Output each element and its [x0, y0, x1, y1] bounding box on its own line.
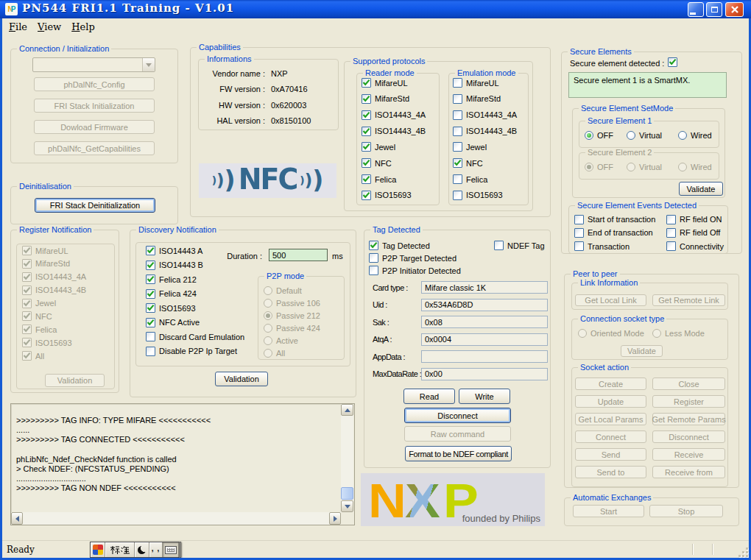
menu-help[interactable]: Help	[68, 20, 102, 34]
radio-virtual[interactable]	[627, 163, 635, 171]
checkbox-iso15693[interactable]	[146, 303, 155, 313]
checkbox-iso15693[interactable]	[22, 338, 32, 347]
checkbox-mifarestd[interactable]	[22, 259, 32, 269]
checkbox-iso14443-b[interactable]	[146, 260, 155, 270]
log-horizontal-scrollbar[interactable]	[11, 512, 341, 525]
checkbox-mifareul[interactable]	[22, 246, 32, 255]
menu-file[interactable]: File	[6, 20, 35, 34]
scroll-right-button[interactable]	[329, 512, 341, 525]
title-bar[interactable]: NP PN544 FRI1.1 Training - V1.01	[0, 0, 751, 18]
radio-oriented-mode[interactable]	[578, 329, 587, 338]
scroll-left-button[interactable]	[11, 512, 23, 525]
checkbox-felica[interactable]	[362, 174, 371, 184]
checkbox-jewel[interactable]	[453, 142, 462, 152]
format-ndef-button[interactable]: Format to be NDEF compliant	[405, 446, 512, 461]
field-input[interactable]	[421, 350, 548, 363]
receive-button[interactable]: Receive	[652, 448, 725, 461]
combobox-dropdown-button[interactable]	[142, 58, 155, 71]
checkbox-jewel[interactable]	[22, 299, 32, 308]
radio-less-mode[interactable]	[652, 329, 661, 338]
checkbox-ndef-tag[interactable]	[494, 241, 504, 250]
get-local-link-button[interactable]: Get Local Link	[575, 294, 646, 306]
send-to-button[interactable]: Send to	[575, 466, 646, 478]
checkbox-felica[interactable]	[22, 325, 32, 334]
field-input[interactable]: 0x00	[421, 368, 548, 380]
checkbox-mifarestd[interactable]	[362, 94, 371, 104]
get-remote-params-button[interactable]: Get Remote Params	[652, 413, 725, 425]
receive-from-button[interactable]: Receive from	[652, 466, 725, 478]
checkbox-felica-424[interactable]	[146, 289, 155, 299]
ime-mode-label[interactable]	[105, 542, 135, 557]
connect-button[interactable]: Connect	[575, 430, 646, 443]
checkbox-nfc[interactable]	[22, 311, 32, 321]
field-input[interactable]: Mifare classic 1K	[421, 281, 548, 294]
checkbox-rf-field-on[interactable]	[666, 215, 676, 224]
disconnect-button[interactable]: Disconnect	[652, 430, 725, 443]
checkbox-rf-field-off[interactable]	[666, 228, 676, 238]
field-input[interactable]: 0x08	[421, 316, 548, 328]
scroll-down-button[interactable]	[341, 500, 353, 512]
checkbox-nfc[interactable]	[453, 158, 462, 168]
checkbox-tag-detected[interactable]	[369, 241, 378, 250]
connection-combobox[interactable]	[32, 57, 155, 72]
radio-off[interactable]	[585, 131, 593, 140]
socket-type-validate-button[interactable]: Validate	[621, 345, 663, 357]
stop-button[interactable]: Stop	[649, 505, 723, 517]
radio-virtual[interactable]	[627, 131, 635, 140]
checkbox-nfc[interactable]	[362, 158, 371, 168]
secure-validate-button[interactable]: Validate	[679, 182, 723, 196]
disconnect-button[interactable]: Disconnect	[404, 408, 511, 423]
checkbox-disable-p2p-ip-target[interactable]	[146, 347, 155, 356]
ime-program-icon[interactable]	[91, 542, 105, 557]
checkbox-iso14443-4b[interactable]	[22, 286, 32, 295]
update-button[interactable]: Update	[575, 395, 646, 408]
radio-off[interactable]	[585, 163, 593, 171]
phdalnfc-config-button[interactable]: phDalNfc_Config	[34, 77, 155, 91]
raw-command-button[interactable]: Raw command	[404, 426, 511, 442]
radio-all[interactable]	[264, 349, 272, 358]
phdalnfc-getcapabilities-button[interactable]: phDalNfc_GetCapabilities	[34, 141, 155, 155]
checkbox-secure-element-detected[interactable]	[668, 57, 677, 67]
duration-input[interactable]: 500	[269, 249, 328, 261]
checkbox-connectivity[interactable]	[666, 241, 676, 251]
get-remote-link-button[interactable]: Get Remote Link	[652, 294, 725, 306]
close-button[interactable]: Close	[652, 378, 725, 390]
checkbox-iso14443-4b[interactable]	[362, 127, 371, 136]
ime-fullwidth-moon-icon[interactable]	[135, 542, 149, 557]
dowload-firmware-button[interactable]: Dowload Firmware	[34, 120, 155, 134]
radio-wired[interactable]	[678, 163, 687, 171]
scroll-up-button[interactable]	[341, 404, 353, 416]
checkbox-iso14443-4b[interactable]	[453, 127, 462, 136]
radio-passive-212[interactable]	[264, 311, 272, 320]
checkbox-end-of-transaction[interactable]	[574, 228, 584, 238]
register-button[interactable]: Register	[652, 395, 725, 408]
menu-view[interactable]: View	[35, 20, 68, 34]
checkbox-transaction[interactable]	[574, 241, 584, 251]
register-validation-button[interactable]: Validation	[45, 374, 105, 387]
checkbox-felica-212[interactable]	[146, 274, 155, 284]
discovery-validation-button[interactable]: Validation	[215, 372, 268, 386]
checkbox-mifareul[interactable]	[362, 78, 371, 88]
checkbox-iso14443-4a[interactable]	[362, 110, 371, 120]
send-button[interactable]: Send	[575, 448, 646, 461]
ime-punctuation-icon[interactable]: , ,	[149, 542, 163, 557]
checkbox-iso15693[interactable]	[362, 191, 371, 200]
radio-active[interactable]	[264, 336, 272, 345]
checkbox-nfc-active[interactable]	[146, 318, 155, 327]
checkbox-discard-card-emulation[interactable]	[146, 332, 155, 341]
start-button[interactable]: Start	[573, 505, 644, 517]
checkbox-mifareul[interactable]	[453, 78, 462, 88]
field-input[interactable]: 0x0004	[421, 333, 548, 346]
get-local-params-button[interactable]: Get Local Params	[575, 413, 646, 425]
minimize-button[interactable]	[688, 2, 704, 17]
close-button[interactable]	[725, 2, 744, 17]
field-input[interactable]: 0x534A6D8D	[421, 299, 548, 311]
radio-wired[interactable]	[678, 131, 687, 140]
checkbox-all[interactable]	[22, 351, 32, 361]
scrollbar-thumb[interactable]	[341, 487, 353, 500]
radio-passive-424[interactable]	[264, 324, 272, 333]
fri-stack-initialization-button[interactable]: FRI Stack Initialization	[34, 99, 155, 113]
ime-keyboard-icon[interactable]	[163, 542, 179, 557]
log-vertical-scrollbar[interactable]	[341, 404, 353, 512]
checkbox-felica[interactable]	[453, 174, 462, 184]
